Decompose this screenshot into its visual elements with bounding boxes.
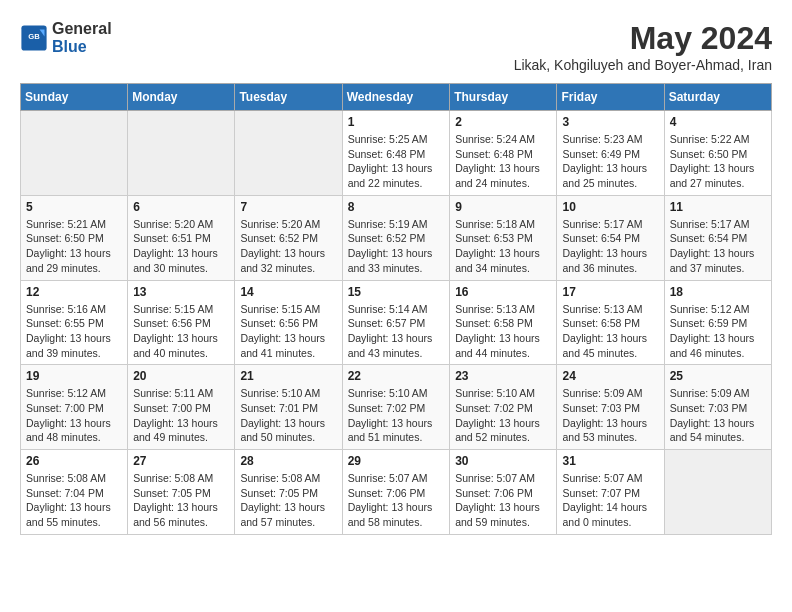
calendar-day-cell: 30Sunrise: 5:07 AM Sunset: 7:06 PM Dayli… — [450, 450, 557, 535]
day-header-tuesday: Tuesday — [235, 84, 342, 111]
day-number: 3 — [562, 115, 658, 129]
day-header-thursday: Thursday — [450, 84, 557, 111]
day-info: Sunrise: 5:20 AM Sunset: 6:51 PM Dayligh… — [133, 217, 229, 276]
logo: GB General Blue — [20, 20, 112, 55]
day-number: 14 — [240, 285, 336, 299]
calendar-day-cell: 25Sunrise: 5:09 AM Sunset: 7:03 PM Dayli… — [664, 365, 771, 450]
day-number: 9 — [455, 200, 551, 214]
day-number: 16 — [455, 285, 551, 299]
day-number: 28 — [240, 454, 336, 468]
calendar-day-cell: 9Sunrise: 5:18 AM Sunset: 6:53 PM Daylig… — [450, 195, 557, 280]
calendar-day-cell: 14Sunrise: 5:15 AM Sunset: 6:56 PM Dayli… — [235, 280, 342, 365]
day-info: Sunrise: 5:14 AM Sunset: 6:57 PM Dayligh… — [348, 302, 445, 361]
day-number: 24 — [562, 369, 658, 383]
title-block: May 2024 Likak, Kohgiluyeh and Boyer-Ahm… — [514, 20, 772, 73]
calendar-day-cell: 23Sunrise: 5:10 AM Sunset: 7:02 PM Dayli… — [450, 365, 557, 450]
day-number: 2 — [455, 115, 551, 129]
day-number: 18 — [670, 285, 766, 299]
calendar-day-cell — [235, 111, 342, 196]
day-number: 15 — [348, 285, 445, 299]
page-header: GB General Blue May 2024 Likak, Kohgiluy… — [20, 20, 772, 73]
day-number: 30 — [455, 454, 551, 468]
calendar-day-cell: 2Sunrise: 5:24 AM Sunset: 6:48 PM Daylig… — [450, 111, 557, 196]
calendar-week-row: 12Sunrise: 5:16 AM Sunset: 6:55 PM Dayli… — [21, 280, 772, 365]
day-number: 22 — [348, 369, 445, 383]
day-info: Sunrise: 5:08 AM Sunset: 7:05 PM Dayligh… — [133, 471, 229, 530]
day-number: 31 — [562, 454, 658, 468]
calendar-day-cell: 18Sunrise: 5:12 AM Sunset: 6:59 PM Dayli… — [664, 280, 771, 365]
day-number: 1 — [348, 115, 445, 129]
calendar-day-cell: 19Sunrise: 5:12 AM Sunset: 7:00 PM Dayli… — [21, 365, 128, 450]
day-number: 12 — [26, 285, 122, 299]
calendar-day-cell: 21Sunrise: 5:10 AM Sunset: 7:01 PM Dayli… — [235, 365, 342, 450]
calendar-day-cell: 4Sunrise: 5:22 AM Sunset: 6:50 PM Daylig… — [664, 111, 771, 196]
calendar-day-cell: 16Sunrise: 5:13 AM Sunset: 6:58 PM Dayli… — [450, 280, 557, 365]
calendar-day-cell: 13Sunrise: 5:15 AM Sunset: 6:56 PM Dayli… — [128, 280, 235, 365]
day-number: 10 — [562, 200, 658, 214]
calendar-day-cell: 11Sunrise: 5:17 AM Sunset: 6:54 PM Dayli… — [664, 195, 771, 280]
calendar-day-cell: 26Sunrise: 5:08 AM Sunset: 7:04 PM Dayli… — [21, 450, 128, 535]
calendar-day-cell — [21, 111, 128, 196]
day-info: Sunrise: 5:10 AM Sunset: 7:02 PM Dayligh… — [455, 386, 551, 445]
day-info: Sunrise: 5:12 AM Sunset: 7:00 PM Dayligh… — [26, 386, 122, 445]
logo-line1: General — [52, 20, 112, 38]
calendar-week-row: 5Sunrise: 5:21 AM Sunset: 6:50 PM Daylig… — [21, 195, 772, 280]
calendar-day-cell: 3Sunrise: 5:23 AM Sunset: 6:49 PM Daylig… — [557, 111, 664, 196]
calendar-location: Likak, Kohgiluyeh and Boyer-Ahmad, Iran — [514, 57, 772, 73]
day-info: Sunrise: 5:13 AM Sunset: 6:58 PM Dayligh… — [562, 302, 658, 361]
calendar-day-cell: 29Sunrise: 5:07 AM Sunset: 7:06 PM Dayli… — [342, 450, 450, 535]
day-info: Sunrise: 5:17 AM Sunset: 6:54 PM Dayligh… — [562, 217, 658, 276]
day-number: 21 — [240, 369, 336, 383]
day-info: Sunrise: 5:19 AM Sunset: 6:52 PM Dayligh… — [348, 217, 445, 276]
day-number: 25 — [670, 369, 766, 383]
calendar-day-cell: 20Sunrise: 5:11 AM Sunset: 7:00 PM Dayli… — [128, 365, 235, 450]
calendar-day-cell: 22Sunrise: 5:10 AM Sunset: 7:02 PM Dayli… — [342, 365, 450, 450]
day-number: 13 — [133, 285, 229, 299]
day-info: Sunrise: 5:10 AM Sunset: 7:02 PM Dayligh… — [348, 386, 445, 445]
day-info: Sunrise: 5:11 AM Sunset: 7:00 PM Dayligh… — [133, 386, 229, 445]
day-info: Sunrise: 5:13 AM Sunset: 6:58 PM Dayligh… — [455, 302, 551, 361]
calendar-day-cell: 7Sunrise: 5:20 AM Sunset: 6:52 PM Daylig… — [235, 195, 342, 280]
day-header-saturday: Saturday — [664, 84, 771, 111]
calendar-header-row: SundayMondayTuesdayWednesdayThursdayFrid… — [21, 84, 772, 111]
day-number: 5 — [26, 200, 122, 214]
day-header-friday: Friday — [557, 84, 664, 111]
day-number: 20 — [133, 369, 229, 383]
day-number: 26 — [26, 454, 122, 468]
day-header-sunday: Sunday — [21, 84, 128, 111]
calendar-day-cell: 28Sunrise: 5:08 AM Sunset: 7:05 PM Dayli… — [235, 450, 342, 535]
day-info: Sunrise: 5:07 AM Sunset: 7:06 PM Dayligh… — [348, 471, 445, 530]
day-info: Sunrise: 5:16 AM Sunset: 6:55 PM Dayligh… — [26, 302, 122, 361]
logo-line2: Blue — [52, 38, 112, 56]
day-info: Sunrise: 5:07 AM Sunset: 7:06 PM Dayligh… — [455, 471, 551, 530]
day-number: 29 — [348, 454, 445, 468]
day-number: 27 — [133, 454, 229, 468]
calendar-day-cell: 24Sunrise: 5:09 AM Sunset: 7:03 PM Dayli… — [557, 365, 664, 450]
calendar-week-row: 26Sunrise: 5:08 AM Sunset: 7:04 PM Dayli… — [21, 450, 772, 535]
day-number: 19 — [26, 369, 122, 383]
calendar-week-row: 1Sunrise: 5:25 AM Sunset: 6:48 PM Daylig… — [21, 111, 772, 196]
day-header-wednesday: Wednesday — [342, 84, 450, 111]
calendar-day-cell: 17Sunrise: 5:13 AM Sunset: 6:58 PM Dayli… — [557, 280, 664, 365]
calendar-title: May 2024 — [514, 20, 772, 57]
day-info: Sunrise: 5:08 AM Sunset: 7:04 PM Dayligh… — [26, 471, 122, 530]
day-header-monday: Monday — [128, 84, 235, 111]
day-info: Sunrise: 5:10 AM Sunset: 7:01 PM Dayligh… — [240, 386, 336, 445]
day-info: Sunrise: 5:15 AM Sunset: 6:56 PM Dayligh… — [133, 302, 229, 361]
calendar-day-cell: 5Sunrise: 5:21 AM Sunset: 6:50 PM Daylig… — [21, 195, 128, 280]
day-info: Sunrise: 5:08 AM Sunset: 7:05 PM Dayligh… — [240, 471, 336, 530]
day-number: 17 — [562, 285, 658, 299]
calendar-day-cell: 10Sunrise: 5:17 AM Sunset: 6:54 PM Dayli… — [557, 195, 664, 280]
day-number: 8 — [348, 200, 445, 214]
day-info: Sunrise: 5:18 AM Sunset: 6:53 PM Dayligh… — [455, 217, 551, 276]
day-info: Sunrise: 5:09 AM Sunset: 7:03 PM Dayligh… — [670, 386, 766, 445]
calendar-day-cell: 8Sunrise: 5:19 AM Sunset: 6:52 PM Daylig… — [342, 195, 450, 280]
day-info: Sunrise: 5:24 AM Sunset: 6:48 PM Dayligh… — [455, 132, 551, 191]
calendar-week-row: 19Sunrise: 5:12 AM Sunset: 7:00 PM Dayli… — [21, 365, 772, 450]
day-number: 4 — [670, 115, 766, 129]
day-number: 11 — [670, 200, 766, 214]
calendar-day-cell: 15Sunrise: 5:14 AM Sunset: 6:57 PM Dayli… — [342, 280, 450, 365]
day-number: 7 — [240, 200, 336, 214]
day-number: 6 — [133, 200, 229, 214]
calendar-day-cell: 27Sunrise: 5:08 AM Sunset: 7:05 PM Dayli… — [128, 450, 235, 535]
